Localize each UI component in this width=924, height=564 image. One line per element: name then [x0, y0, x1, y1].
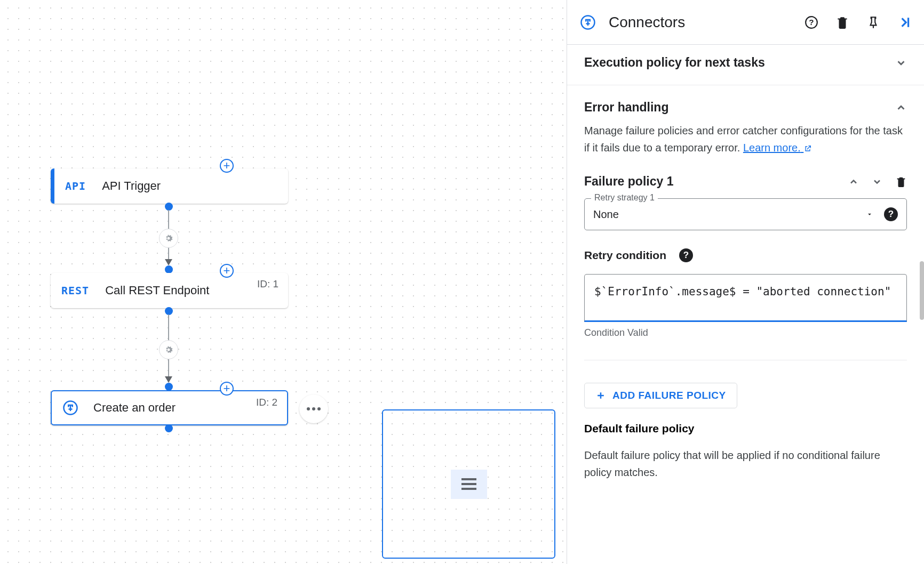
port-in[interactable]	[165, 265, 173, 273]
condition-text: $`ErrorInfo`.message$ = "aborted connect…	[594, 285, 891, 298]
svg-rect-4	[461, 478, 476, 480]
external-link-icon	[803, 144, 812, 153]
select-label: Retry strategy 1	[591, 193, 658, 203]
node-id: ID: 1	[257, 278, 278, 290]
retry-strategy-select[interactable]: Retry strategy 1 None ?	[584, 198, 907, 230]
section-title: Execution policy for next tasks	[584, 55, 765, 70]
retry-condition-label: Retry condition	[584, 249, 666, 262]
learn-more-link[interactable]: Learn more.	[743, 142, 812, 154]
collapse-toggle[interactable]: Execution policy for next tasks	[584, 55, 907, 70]
svg-rect-5	[461, 483, 476, 485]
add-button-label: ADD FAILURE POLICY	[612, 390, 726, 401]
section-title: Error handling	[584, 100, 668, 115]
arrowhead-icon	[165, 259, 172, 265]
default-failure-policy-title: Default failure policy	[584, 422, 907, 435]
default-failure-policy-desc: Default failure policy that will be appl…	[584, 447, 907, 481]
edge-config-icon[interactable]	[159, 340, 178, 359]
scrollbar-thumb[interactable]	[920, 261, 924, 320]
list-icon	[461, 478, 476, 490]
collapse-toggle[interactable]: Error handling	[584, 100, 907, 115]
node-id: ID: 2	[256, 397, 277, 408]
help-tooltip-icon[interactable]: ?	[884, 207, 898, 221]
empty-error-catcher-box[interactable]	[382, 409, 555, 559]
section-error-handling: Error handling Manage failure policies a…	[567, 85, 924, 496]
learn-more-text: Learn more.	[743, 142, 801, 154]
failure-policy-title: Failure policy 1	[584, 174, 673, 189]
svg-text:?: ?	[809, 18, 814, 27]
port-in[interactable]	[165, 383, 173, 391]
port-out[interactable]	[165, 307, 173, 315]
port-out[interactable]	[165, 424, 173, 432]
node-badge: API	[65, 180, 86, 192]
panel-header: Connectors ?	[567, 0, 924, 45]
move-down-icon[interactable]	[872, 176, 882, 187]
svg-rect-6	[461, 488, 476, 490]
more-horiz-icon	[306, 407, 321, 411]
delete-policy-icon[interactable]	[895, 176, 907, 188]
connector-icon	[62, 400, 78, 416]
divider	[584, 360, 907, 360]
delete-icon[interactable]	[835, 15, 849, 29]
collapse-panel-icon[interactable]	[897, 15, 911, 29]
failure-policy-block: Failure policy 1 Retry strategy 1 None ?	[584, 174, 907, 481]
select-value: None	[593, 208, 866, 221]
dropdown-arrow-icon	[866, 211, 873, 218]
add-failure-policy-button[interactable]: ADD FAILURE POLICY	[584, 383, 737, 408]
section-execution-policy: Execution policy for next tasks	[567, 45, 924, 85]
details-panel: Connectors ? Execution policy for next t…	[567, 0, 924, 564]
gear-icon	[163, 344, 174, 355]
node-badge: REST	[61, 284, 89, 297]
add-node-icon[interactable]: +	[220, 159, 234, 173]
node-label: API Trigger	[102, 179, 161, 193]
svg-point-1	[307, 407, 310, 410]
condition-valid-hint: Condition Valid	[584, 327, 907, 339]
node-label: Create an order	[93, 401, 176, 415]
arrowhead-icon	[165, 376, 172, 383]
chevron-down-icon	[895, 57, 907, 69]
plus-icon	[595, 390, 606, 401]
node-label: Call REST Endpoint	[105, 284, 209, 297]
pin-icon[interactable]	[866, 15, 880, 29]
move-up-icon[interactable]	[848, 176, 859, 187]
workflow-canvas[interactable]: API API Trigger + REST Call REST Endpoin…	[0, 0, 567, 564]
node-api-trigger[interactable]: API API Trigger	[51, 168, 288, 204]
panel-title: Connectors	[609, 14, 792, 31]
add-node-icon[interactable]: +	[220, 264, 234, 278]
connector-icon	[580, 14, 596, 30]
edge-config-icon[interactable]	[159, 229, 178, 248]
svg-point-2	[312, 407, 315, 410]
node-create-order[interactable]: Create an order ID: 2	[51, 390, 288, 425]
retry-condition-input[interactable]: $`ErrorInfo`.message$ = "aborted connect…	[584, 274, 907, 322]
section-description: Manage failure policies and error catche…	[584, 122, 907, 156]
help-tooltip-icon[interactable]: ?	[679, 248, 693, 262]
port-out[interactable]	[165, 203, 173, 211]
chevron-up-icon	[895, 102, 907, 114]
node-rest-endpoint[interactable]: REST Call REST Endpoint ID: 1	[51, 273, 288, 308]
add-node-icon[interactable]: +	[220, 382, 234, 396]
svg-point-3	[317, 407, 321, 410]
list-icon-box	[451, 470, 487, 499]
gear-icon	[163, 233, 174, 244]
help-icon[interactable]: ?	[804, 15, 818, 29]
more-actions-button[interactable]	[299, 394, 328, 423]
